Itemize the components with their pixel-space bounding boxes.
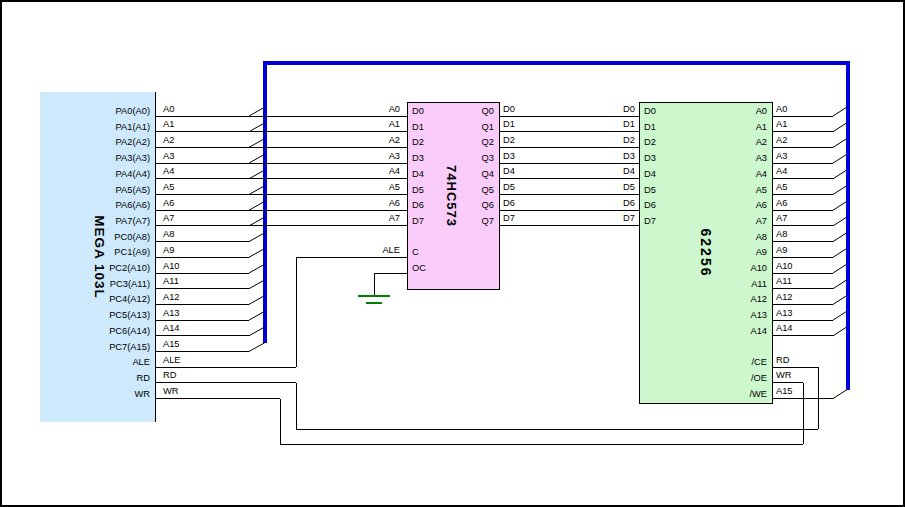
sram-pin-D1: D1 [644,122,656,132]
bus-entry-sram-a4 [833,170,847,179]
mcu-pin-ALE: ALE [132,357,150,367]
net-label-D4: D4 [503,166,515,176]
sram-pin-A5: A5 [756,185,767,195]
net-label-A6: A6 [389,198,400,208]
mcu-pin-PA6(A6): PA6(A6) [116,200,150,210]
net-label-A11: A11 [163,276,179,286]
sram-pin-A6: A6 [756,200,767,210]
sram-pin-D4: D4 [644,169,656,179]
mcu-pin-PC5(A13): PC5(A13) [109,310,150,320]
latch-pin-D2: D2 [412,137,424,147]
net-label-ALE: ALE [382,245,400,255]
bus-entry-a15 [249,343,265,352]
mcu-pin-PC0(A8): PC0(A8) [114,232,150,242]
net-label-A15: A15 [163,339,180,349]
sram-pin-A13: A13 [750,310,767,320]
net-label-A4: A4 [776,166,787,176]
mcu-chip-title: MEGA 103L [92,215,107,299]
net-label-A4: A4 [389,166,400,176]
sram-pin-D3: D3 [644,153,656,163]
net-label-RD: RD [776,355,790,365]
net-label-A2: A2 [389,135,400,145]
mcu-pin-PA1(A1): PA1(A1) [116,122,150,132]
bus-entry-sram-a5 [833,186,847,195]
sram-pin-A12: A12 [750,294,767,304]
sram-pin-D5: D5 [644,185,656,195]
latch-pin-Q1: Q1 [482,122,494,132]
net-label-A12: A12 [776,292,793,302]
net-label-D6: D6 [503,198,515,208]
latch-pin-Q0: Q0 [482,106,494,116]
net-label-D3: D3 [623,151,635,161]
net-label-D0: D0 [623,104,635,114]
net-label-A4: A4 [163,166,174,176]
sram-pin-A11: A11 [751,279,767,289]
bus-entry-sram-a1 [833,123,847,132]
bus-entry-sram-a14 [833,327,847,336]
net-label-D2: D2 [623,135,635,145]
sram-pin-A0: A0 [756,106,767,116]
net-label-D1: D1 [623,119,635,129]
sram-pin-D2: D2 [644,137,656,147]
net-label-D2: D2 [503,135,515,145]
net-label-A3: A3 [163,151,174,161]
mcu-pin-PC7(A15): PC7(A15) [109,342,150,352]
net-label-A9: A9 [776,245,787,255]
net-label-D5: D5 [503,182,515,192]
sram-pin-A4: A4 [756,169,767,179]
mcu-pin-PC3(A11): PC3(A11) [110,279,150,289]
net-label-A7: A7 [389,213,400,223]
net-label-A3: A3 [776,151,787,161]
bus-entry-sram-a7 [833,217,847,226]
latch-pin-D7: D7 [412,216,424,226]
net-label-WR: WR [776,370,792,380]
mcu-pin-PA7(A7): PA7(A7) [116,216,150,226]
net-label-A9: A9 [163,245,174,255]
sram-pin-A1: A1 [756,122,767,132]
net-label-D7: D7 [623,213,635,223]
latch-pin-D1: D1 [412,122,424,132]
mcu-pin-PC1(A9): PC1(A9) [114,247,150,257]
mcu-pin-WR: WR [135,389,151,399]
net-label-A2: A2 [776,135,787,145]
net-label-A14: A14 [776,323,793,333]
latch-pin-D5: D5 [412,185,424,195]
net-label-A13: A13 [163,308,180,318]
net-label-D1: D1 [503,119,515,129]
sram-pin-A8: A8 [756,232,767,242]
net-label-D4: D4 [623,166,635,176]
sram-pin-/OE: /OE [751,373,767,383]
mcu-pin-PA3(A3): PA3(A3) [116,153,150,163]
bus-entry-sram-a8 [833,233,847,242]
mcu-pin-RD: RD [137,373,151,383]
latch-pin-OC: OC [412,263,426,273]
sram-pin-A3: A3 [756,153,767,163]
mcu-pin-PA2(A2): PA2(A2) [116,137,150,147]
net-label-A15: A15 [776,386,793,396]
net-label-A10: A10 [163,261,180,271]
mcu-pin-PC6(A14): PC6(A14) [109,326,150,336]
net-label-A0: A0 [776,104,787,114]
bus-entry-sram-a12 [833,295,847,304]
net-label-D0: D0 [503,104,515,114]
net-label-D5: D5 [623,182,635,192]
sram-pin-D7: D7 [644,216,656,226]
net-label-A0: A0 [163,104,174,114]
sram-pin-A14: A14 [750,326,767,336]
mcu-pin-PA0(A0): PA0(A0) [116,106,150,116]
mcu-pin-PA5(A5): PA5(A5) [116,185,150,195]
latch-pin-Q6: Q6 [482,200,494,210]
net-label-A6: A6 [163,198,174,208]
bus-entry-sram-a11 [833,280,847,289]
sram-pin-/WE: /WE [749,389,767,399]
net-label-D7: D7 [503,213,515,223]
net-label-A8: A8 [163,229,174,239]
mcu-pin-PA4(A4): PA4(A4) [116,169,150,179]
sram-chip-title: 62256 [698,229,714,278]
bus-entry-sram-a3 [833,154,847,163]
bus-entry-sram-a10 [833,264,847,273]
net-label-A10: A10 [776,261,793,271]
sram-pin-/CE: /CE [752,357,768,367]
schematic-canvas: MEGA 103L74HC57362256PA0(A0)PA1(A1)PA2(A… [0,0,905,507]
net-label-A7: A7 [776,213,787,223]
